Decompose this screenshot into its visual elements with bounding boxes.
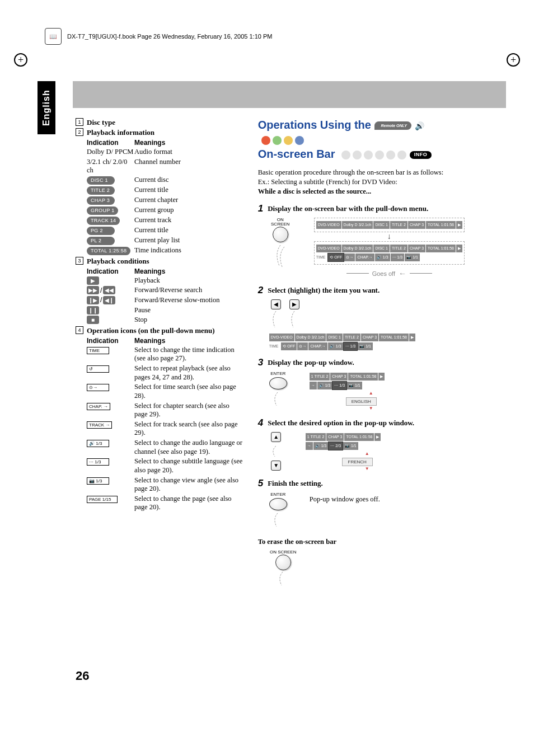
feature-title: Operations Using the Remote ONLY 🔊 On-sc… xyxy=(258,118,465,161)
osd-bar-step2a: DVD-VIDEO Dolby D 3/2.1ch DISC 1 TITLE 2… xyxy=(269,334,465,341)
enter-button-icon xyxy=(269,377,287,389)
press-motion-icon xyxy=(272,242,289,270)
osd-disc: DISC 1 xyxy=(373,221,390,229)
osd-bar-step4a: 1 TITLE 2 CHAP 3 TOTAL 1:01:58 ▶ xyxy=(306,433,465,441)
section-title: Playback conditions xyxy=(87,257,149,266)
dot-icon xyxy=(386,151,395,159)
section-number: 1 xyxy=(76,118,83,126)
enter-button-icon xyxy=(269,498,287,510)
popup-goesoff-text: Pop-up window goes off. xyxy=(310,492,380,504)
osd-dolby: Dolby D 3/2.1ch xyxy=(295,334,326,341)
tracksearch-box-icon: TRACK → xyxy=(87,421,112,429)
book-header: 📖 DX-T7_T9[UGUX]-f.book Page 26 Wednesda… xyxy=(45,28,272,45)
table-row: ⋯ 1/3Select to change subtitle language … xyxy=(76,457,244,475)
intro-text-1: Basic operation procedure through the on… xyxy=(258,168,465,177)
mean-cell: Select to change subtitle language (see … xyxy=(134,457,244,475)
timesearch-box-icon: ⊙→ xyxy=(87,384,109,391)
table-row: PL 2Current play list xyxy=(76,236,244,245)
mean-cell: Select to change view angle (see also pa… xyxy=(134,476,244,494)
audio-box-icon: 🔊 1/3 xyxy=(87,440,109,447)
ind-cell: PAGE 1/15 xyxy=(87,495,134,503)
dot-icon xyxy=(341,151,350,159)
section-number: 2 xyxy=(76,128,83,136)
osd-off: ⟲ OFF xyxy=(281,342,297,350)
osd-angle: 📷 1/1 xyxy=(347,382,362,389)
osd-play-icon: ▶ xyxy=(374,433,381,441)
popup-french: FRENCH xyxy=(342,458,373,466)
cursor-down-icon: ▼ xyxy=(271,461,281,471)
osd-bar-step2b: TIME ⟲ OFF ⊙→ CHAP.→ 🔊 1/3 ⋯ 1/3 📷 1/1 xyxy=(269,342,465,350)
dot-row xyxy=(261,136,304,145)
mean-cell: Audio format xyxy=(134,148,244,157)
osd-chap: CHAP 3 xyxy=(408,221,425,229)
mean-cell: Channel number xyxy=(134,158,244,167)
step-text: Display the pop-up window. xyxy=(268,357,354,368)
press-motion-icon xyxy=(271,511,285,528)
repeat-box-icon: ↺ xyxy=(87,365,109,373)
ind-cell: TIME xyxy=(87,346,134,354)
col-header-indication: Indication xyxy=(87,267,134,275)
stop-icon: ■ xyxy=(87,316,99,324)
mean-cell: Select to repeat playback (see also page… xyxy=(134,364,244,382)
section-title: Disc type xyxy=(87,118,115,127)
mean-cell: Current title xyxy=(134,186,244,195)
table-row: DISC 1Current disc xyxy=(76,176,244,185)
pg-pill: PG 2 xyxy=(87,227,115,235)
step-row: 5 Finish the setting. xyxy=(258,478,465,489)
mean-cell: Pause xyxy=(134,306,244,315)
osd-dvd: DVD-VIDEO xyxy=(316,221,341,229)
osd-total: TOTAL 1:01:58 xyxy=(344,433,374,441)
step4-figure: ▲ ▼ 1 TITLE 2 CHAP 3 TOTAL 1:01:58 ▶ → 🔊… xyxy=(269,432,465,471)
pl-pill: PL 2 xyxy=(87,237,115,245)
mean-cell: Playback xyxy=(134,276,244,285)
dot-icon xyxy=(397,151,406,159)
crop-mark-tr xyxy=(507,53,520,67)
step3-figure: ENTER 1 TITLE 2 CHAP 3 TOTAL 1:01:58 ▶ →… xyxy=(269,372,465,411)
pause-icon: ❙❙ xyxy=(87,306,99,314)
osd-timesearch: ⊙→ xyxy=(344,253,355,261)
table-row: PAGE 1/15Select to change the page (see … xyxy=(76,495,244,512)
dot-row xyxy=(341,151,406,159)
press-motion-icon xyxy=(276,570,290,587)
osd-total: TOTAL 1:01:58 xyxy=(379,334,409,341)
col-header-meanings: Meanings xyxy=(134,337,244,345)
mean-cell: Current group xyxy=(134,206,244,215)
mean-cell: Select to change the page (see also page… xyxy=(134,495,244,512)
step-text: Display the on-screen bar with the pull-… xyxy=(268,203,428,214)
osd-play-icon: ▶ xyxy=(456,221,462,229)
osd-bar-row2b: TIME ⟲ OFF ⊙→ CHAP.→ 🔊 1/3 ⋯ 1/3 📷 1/1 xyxy=(316,253,462,261)
osd-sub2: ⋯ 2/3 xyxy=(329,442,343,450)
mean-cell: Current play list xyxy=(134,236,244,245)
mean-cell: Select to change the audio language or c… xyxy=(134,439,244,456)
dot-icon xyxy=(353,151,362,159)
time-box-icon: TIME xyxy=(87,347,109,354)
mean-cell: Select for chapter search (see also page… xyxy=(134,402,244,419)
table-row: 📷 1/3Select to change view angle (see al… xyxy=(76,476,244,494)
section-2-row: 2 Playback information xyxy=(76,128,244,138)
title-line-2: On-screen Bar xyxy=(258,148,335,160)
mean-cell: Current chapter xyxy=(134,196,244,205)
osd-play-icon: ▶ xyxy=(378,373,385,381)
step-number: 5 xyxy=(258,478,263,489)
cursor-up-icon: ▲ xyxy=(271,432,281,442)
title-line-1: Operations Using the xyxy=(258,119,371,131)
table-row: TITLE 2Current title xyxy=(76,186,244,195)
osd-off: ⟲ OFF xyxy=(328,253,344,261)
ind-cell: ↺ xyxy=(87,364,134,373)
page-box-icon: PAGE 1/15 xyxy=(87,496,118,503)
erase-heading: To erase the on-screen bar xyxy=(258,537,465,547)
osd-dolby: Dolby D 3/2.1ch xyxy=(342,245,373,252)
table-row: ↺Select to repeat playback (see also pag… xyxy=(76,364,244,382)
osd-total: TOTAL 1:01:58 xyxy=(426,221,456,229)
osd-chapsearch-icon: → xyxy=(310,382,317,389)
popup-english: ENGLISH xyxy=(346,397,377,406)
left-column: 1 Disc type 2 Playback information Indic… xyxy=(76,118,244,591)
osd-disc: DISC 1 xyxy=(326,334,343,341)
section-number: 4 xyxy=(76,326,83,334)
press-motion-icon xyxy=(269,309,283,329)
step-row: 2 Select (highlight) the item you want. xyxy=(258,285,465,296)
total-pill: TOTAL 1:25:58 xyxy=(87,247,130,255)
osd-chapsearch: CHAP.→ xyxy=(355,253,374,261)
ind-cell: ▶ xyxy=(87,276,134,285)
step1-figure: ON SCREEN DVD-VIDEO Dolby D 3/2.1ch DISC… xyxy=(269,218,465,278)
